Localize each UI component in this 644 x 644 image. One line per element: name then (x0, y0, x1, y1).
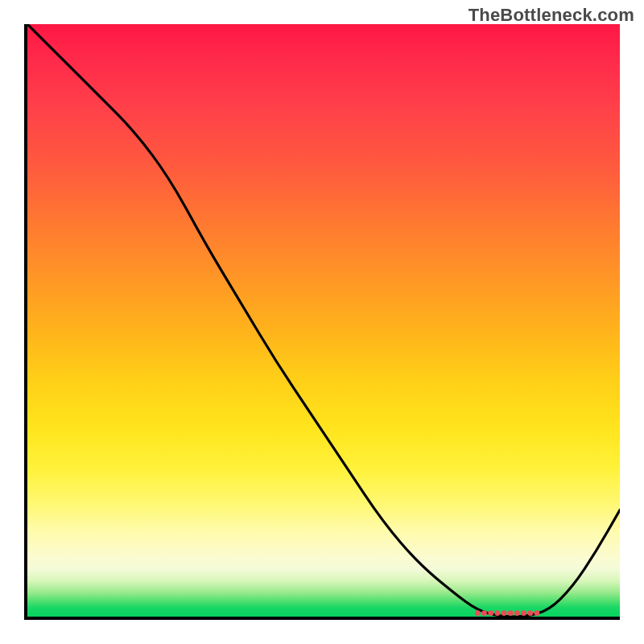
plot-area (24, 24, 620, 620)
svg-point-9 (535, 610, 540, 616)
sweet-spot-marker (475, 610, 539, 616)
svg-point-0 (475, 610, 481, 616)
svg-point-1 (481, 610, 487, 616)
svg-point-6 (514, 610, 520, 616)
chart-stage: TheBottleneck.com (0, 0, 644, 644)
svg-point-7 (521, 610, 526, 616)
svg-point-3 (495, 610, 501, 616)
watermark-text: TheBottleneck.com (469, 5, 634, 26)
svg-point-4 (502, 610, 507, 616)
svg-point-8 (527, 610, 533, 616)
bottleneck-curve (27, 24, 620, 617)
svg-point-2 (488, 610, 493, 616)
svg-point-5 (508, 610, 514, 616)
curve-svg (27, 24, 620, 617)
